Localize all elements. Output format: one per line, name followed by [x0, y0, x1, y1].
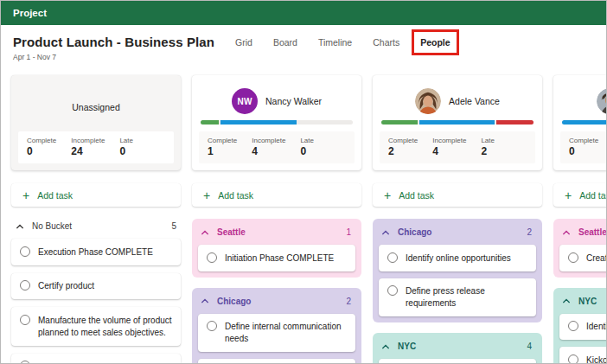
- column-nancy-walker: NW Nancy Walker Complete 1 Incomplete 4: [192, 75, 361, 364]
- task-title: Initiation Phase COMPLETE: [225, 252, 334, 265]
- stat-complete-label: Complete: [208, 137, 237, 144]
- bucket-name: Chicago: [217, 297, 338, 306]
- chevron-up-icon[interactable]: [562, 228, 571, 237]
- task-card[interactable]: Product Release Information: [198, 359, 355, 364]
- add-task-label: Add task: [218, 190, 253, 201]
- task-title: Create: [586, 252, 607, 265]
- tab-board[interactable]: Board: [273, 37, 297, 48]
- stat-incomplete-label: Incomplete: [71, 137, 105, 144]
- add-task-button[interactable]: + Add task: [11, 183, 181, 207]
- stat-complete-label: Complete: [569, 137, 598, 144]
- bucket-header: NYC: [559, 294, 607, 314]
- stats-panel: Complete 0 Incomplete 24 Late 0: [18, 131, 174, 163]
- stat-complete: Complete 2: [388, 137, 418, 157]
- bucket-nyc: NYC 4 Identify the launch team: [373, 333, 542, 364]
- stat-complete: Complete 0: [27, 137, 56, 157]
- bucket-header: Seattle 1: [198, 225, 355, 245]
- task-card[interactable]: Execution Phase COMPLETE: [11, 239, 181, 265]
- bucket-seattle: Seattle Create: [553, 219, 607, 278]
- stat-incomplete: Incomplete 24: [71, 137, 105, 157]
- stat-incomplete-value: 4: [252, 145, 285, 157]
- task-card[interactable]: [11, 354, 181, 364]
- chevron-up-icon[interactable]: [16, 222, 24, 231]
- stat-incomplete-label: Incomplete: [252, 137, 285, 144]
- title-block: Product Launch - Business Plan Apr 1 - N…: [13, 35, 214, 61]
- bucket-name: NYC: [398, 342, 519, 351]
- stat-complete: Complete 0: [569, 137, 598, 157]
- avatar-initials: NW: [232, 88, 258, 114]
- task-title: Execution Phase COMPLETE: [38, 246, 153, 259]
- stats-panel: Complete 0 Incomplete Late: [560, 131, 607, 163]
- tab-people[interactable]: People: [420, 37, 450, 48]
- bucket-count: 4: [527, 342, 534, 351]
- task-title: Define press release requirements: [406, 285, 527, 310]
- plus-icon: +: [565, 189, 572, 201]
- task-card[interactable]: Kickof: [559, 347, 607, 364]
- task-card[interactable]: Define press release requirements: [379, 278, 536, 317]
- progress-incomplete-segment: [562, 120, 607, 125]
- task-card[interactable]: Define internal communication needs: [198, 314, 355, 353]
- people-board: Unassigned Complete 0 Incomplete 24 Late…: [1, 61, 607, 364]
- chevron-up-icon[interactable]: [562, 297, 571, 305]
- stat-complete-label: Complete: [388, 137, 418, 144]
- column-adele-vance: Adele Vance Complete 2 Incomplete 4: [373, 75, 542, 364]
- add-task-button[interactable]: + Add task: [553, 183, 607, 207]
- chevron-up-icon[interactable]: [201, 297, 209, 305]
- date-range: Apr 1 - Nov 7: [13, 53, 214, 61]
- complete-circle-icon[interactable]: [207, 252, 217, 263]
- tab-people-label: People: [420, 37, 450, 48]
- complete-circle-icon[interactable]: [568, 321, 578, 331]
- task-card[interactable]: Certify product: [11, 273, 181, 300]
- task-title: Identify online opportunities: [406, 252, 511, 265]
- add-task-button[interactable]: + Add task: [373, 183, 542, 207]
- progress-incomplete-segment: [220, 120, 297, 125]
- avatar-photo: [415, 88, 441, 114]
- task-title: Manufacture the volume of product planne…: [38, 314, 172, 339]
- stat-incomplete-value: 4: [432, 145, 466, 157]
- task-card[interactable]: Create: [559, 245, 607, 271]
- stat-incomplete: Incomplete 4: [432, 137, 466, 157]
- bucket-seattle: Seattle 1 Initiation Phase COMPLETE: [192, 219, 361, 278]
- task-card[interactable]: Identif: [559, 314, 607, 341]
- complete-circle-icon[interactable]: [20, 280, 30, 291]
- column-unassigned: Unassigned Complete 0 Incomplete 24 Late…: [11, 75, 181, 364]
- complete-circle-icon[interactable]: [20, 361, 30, 364]
- complete-circle-icon[interactable]: [207, 321, 217, 331]
- tab-grid[interactable]: Grid: [235, 37, 252, 48]
- tab-timeline[interactable]: Timeline: [318, 37, 352, 48]
- task-card[interactable]: Identify online opportunities: [379, 245, 536, 271]
- task-card[interactable]: Identify the launch team: [379, 359, 536, 364]
- progress-bar: [201, 120, 353, 125]
- stat-late: Late 0: [119, 137, 133, 157]
- chevron-up-icon[interactable]: [381, 342, 390, 351]
- stat-incomplete-label: Incomplete: [432, 137, 466, 144]
- bucket-count: 5: [171, 221, 178, 231]
- bucket-list: Seattle Create NYC: [553, 219, 607, 364]
- stat-late-label: Late: [119, 137, 133, 144]
- bucket-name: Chicago: [398, 227, 519, 237]
- progress-bar: [381, 120, 534, 125]
- task-card[interactable]: Initiation Phase COMPLETE: [198, 245, 355, 271]
- bucket-count: 2: [527, 227, 534, 237]
- stat-late: Late 2: [481, 137, 495, 157]
- complete-circle-icon[interactable]: [568, 252, 578, 263]
- add-task-label: Add task: [37, 190, 73, 201]
- stat-complete-label: Complete: [27, 137, 56, 144]
- bucket-count: 2: [346, 297, 353, 306]
- add-task-button[interactable]: + Add task: [192, 183, 361, 207]
- complete-circle-icon[interactable]: [20, 315, 30, 325]
- complete-circle-icon[interactable]: [568, 354, 578, 364]
- chevron-up-icon[interactable]: [201, 228, 209, 237]
- task-card[interactable]: Manufacture the volume of product planne…: [11, 307, 181, 346]
- task-title: Identif: [586, 321, 607, 334]
- complete-circle-icon[interactable]: [387, 252, 398, 263]
- person-name: Unassigned: [72, 102, 119, 112]
- complete-circle-icon[interactable]: [20, 246, 30, 257]
- stat-late: Late 0: [300, 137, 314, 157]
- stat-complete-value: 0: [569, 145, 598, 157]
- person-card-adele-vance: Adele Vance Complete 2 Incomplete 4: [373, 75, 542, 170]
- bucket-header: Chicago 2: [379, 225, 536, 245]
- tab-charts[interactable]: Charts: [373, 37, 399, 48]
- chevron-up-icon[interactable]: [381, 228, 390, 237]
- complete-circle-icon[interactable]: [387, 285, 398, 296]
